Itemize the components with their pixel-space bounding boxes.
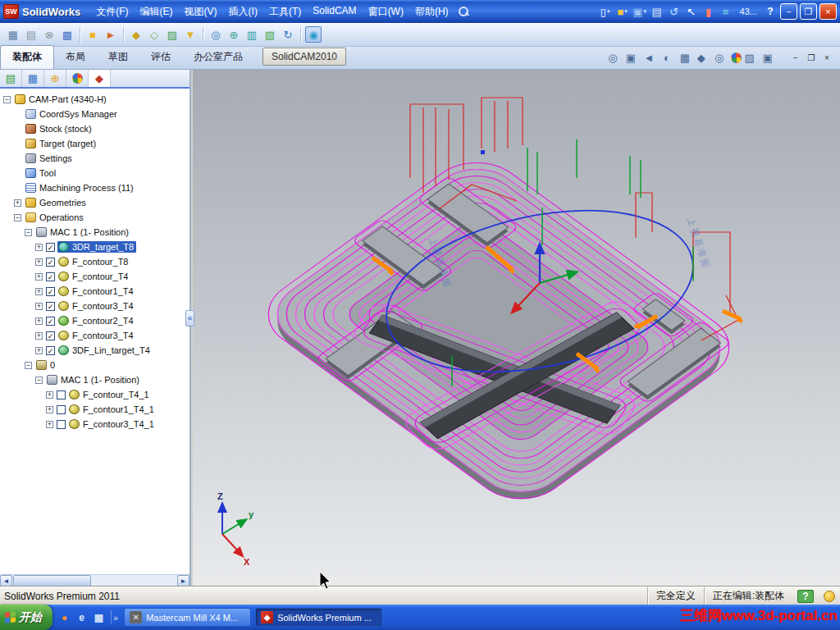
3d-model-view[interactable]: 上视基准面 上视基准面 Z y X [193,70,840,587]
select-cursor-icon[interactable]: ↖ [683,3,700,20]
tree-checkbox[interactable]: ✓ [46,258,55,267]
tree-item[interactable]: CoordSys Manager [0,107,189,121]
tree-checkbox[interactable]: ✓ [46,346,55,355]
search-icon[interactable] [458,6,469,17]
open-part-icon[interactable]: ■ [84,26,101,43]
tree-item-body[interactable]: Tool [25,167,58,179]
tab-办公室产品[interactable]: 办公室产品 [182,46,254,69]
design-table-icon[interactable]: ▥ [244,26,260,43]
tree-item[interactable]: +✓F_contour3_T4 [0,299,189,313]
hide-show-items-icon[interactable]: ◎▾ [713,49,729,66]
tree-item-body[interactable]: 0 [35,359,57,371]
tree-item-body[interactable]: Operations [25,212,86,223]
component-pattern-icon[interactable]: ▨ [164,26,180,43]
restore-button[interactable]: ❐ [800,3,817,20]
collapse-toggle[interactable]: − [25,362,32,369]
tree-checkbox[interactable] [57,405,66,414]
tree-item[interactable]: +✓3DF_Lin_target_T4 [0,343,189,358]
scroll-right-button[interactable]: ► [177,575,189,587]
configuration-manager-icon[interactable]: ⊕ [47,71,63,87]
tree-checkbox[interactable] [57,420,66,429]
expand-toggle[interactable]: + [35,317,43,325]
tree-item[interactable]: +✓F_contour_T8 [0,254,189,269]
tree-item-body[interactable]: F_contour_T4 [57,271,130,282]
tree-item-body[interactable]: F_contour3_T4 [57,300,136,312]
tree-checkbox[interactable]: ✓ [46,317,55,326]
taskbar-button-solidworks[interactable]: ◆SolidWorks Premium ... [255,608,382,627]
expand-toggle[interactable]: + [35,258,43,266]
panel-splitter-handle[interactable]: « [185,310,194,326]
property-manager-icon[interactable]: ▦ [25,71,41,87]
expand-toggle[interactable]: + [46,391,53,399]
tree-item-body[interactable]: 3DR_target_T8 [57,241,136,253]
solidcam-manager-icon[interactable]: ◉ [305,26,322,43]
scroll-left-button[interactable]: ◄ [0,575,12,587]
edit-appearance-icon[interactable] [731,52,742,63]
start-button[interactable]: 开始 [0,605,52,630]
help-icon[interactable]: ? [763,6,778,17]
menu-item-7[interactable]: 帮助(H) [409,2,454,21]
tree-item-body[interactable]: 3DF_Lin_target_T4 [57,345,153,356]
expand-toggle[interactable]: + [35,347,43,354]
menu-item-1[interactable]: 编辑(E) [135,2,179,21]
tree-item-body[interactable]: F_contour1_T4_1 [68,404,157,415]
save-icon[interactable]: ▣▾ [632,3,648,20]
play-macro-icon[interactable]: ► [103,26,119,43]
zoom-fit-icon[interactable]: ◎ [605,49,621,66]
status-help-button[interactable]: ? [797,590,814,603]
tree-item[interactable]: +✓3DR_target_T8 [0,240,189,254]
display-style-icon[interactable]: ◆▾ [695,49,711,66]
view-settings-icon[interactable]: ▣▾ [761,49,778,66]
collapse-toggle[interactable]: − [14,214,21,221]
tree-item[interactable]: Target (target) [0,136,189,151]
tree-item-body[interactable]: F_contour3_T4_1 [68,418,157,430]
new-document-icon[interactable]: ▯▾ [597,3,614,20]
print-preview-icon[interactable]: ▤ [23,26,39,43]
tree-item[interactable]: −Operations [0,210,189,225]
tree-item[interactable]: +Geometries [0,195,189,210]
filter-icon[interactable]: ▼ [182,26,199,43]
panel-tab-property-manager[interactable]: ▦ [22,70,44,87]
quick-launch-overflow[interactable]: » [112,613,120,623]
sketch-point[interactable] [481,150,485,154]
section-view-icon[interactable]: ◐ [659,49,675,66]
tree-item-body[interactable]: CoordSys Manager [25,108,120,120]
tree-item[interactable]: Tool [0,166,189,180]
tree-item-body[interactable]: MAC 1 (1- Position) [35,226,131,238]
mass-properties-icon[interactable]: ⊕ [226,26,242,43]
tree-item-body[interactable]: MAC 1 (1- Position) [46,374,142,386]
tree-item-body[interactable]: Settings [25,153,75,164]
options-grid-icon[interactable]: ▩ [59,26,75,43]
tree-item-body[interactable]: Stock (stock) [25,123,94,135]
expand-toggle[interactable]: + [46,406,53,413]
expand-toggle[interactable]: + [35,303,43,310]
view-orientation-icon[interactable]: ▦ [677,49,693,66]
expand-toggle[interactable]: + [35,288,43,295]
tree-item[interactable]: −CAM-Part (4340-H) [0,92,189,107]
tree-checkbox[interactable]: ✓ [46,331,55,340]
motion-study-icon[interactable]: ↻ [280,26,296,43]
tree-item[interactable]: +✓F_contour1_T4 [0,284,189,299]
doc-restore-button[interactable]: ❐ [805,52,818,64]
tab-布局[interactable]: 布局 [54,46,97,69]
menu-item-2[interactable]: 视图(V) [179,2,223,21]
expand-toggle[interactable]: + [46,421,53,428]
panel-tab-configuration-manager[interactable]: ⊕ [44,70,66,87]
pin-icon[interactable]: ▮ [701,3,717,20]
tree-item[interactable]: −MAC 1 (1- Position) [0,372,189,387]
scroll-thumb[interactable] [13,575,91,587]
menu-item-0[interactable]: 文件(F) [90,2,134,21]
panel-tab-solidcam-tree[interactable]: ◆ [89,70,111,87]
zoom-area-icon[interactable]: ▣ [623,49,639,66]
menu-item-5[interactable]: SolidCAM [307,2,362,21]
measure-icon[interactable]: ◎ [208,26,224,43]
tree-item-body[interactable]: CAM-Part (4340-H) [14,94,109,105]
tree-item[interactable]: Machining Process (11) [0,180,189,195]
tab-装配体[interactable]: 装配体 [0,45,54,69]
expand-toggle[interactable]: + [35,273,43,281]
tree-item-body[interactable]: F_contour3_T4 [57,330,136,341]
tree-item[interactable]: Settings [0,151,189,166]
insert-component-icon[interactable]: ◆ [128,26,144,43]
firefox-icon[interactable]: ● [57,610,71,624]
tree-item[interactable]: −0 [0,358,189,372]
